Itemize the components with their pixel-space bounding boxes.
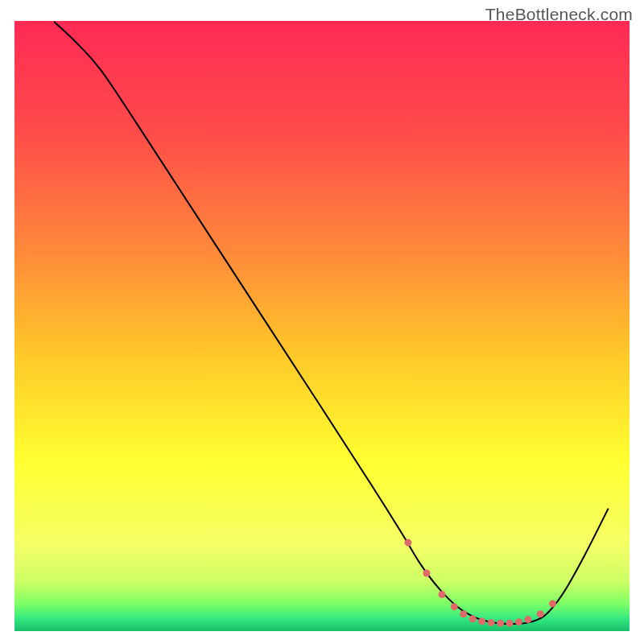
- svg-point-13: [549, 600, 556, 607]
- watermark-text: TheBottleneck.com: [485, 5, 633, 24]
- svg-point-10: [515, 618, 522, 625]
- svg-point-3: [451, 603, 458, 610]
- svg-point-8: [497, 620, 504, 627]
- svg-point-11: [524, 616, 531, 623]
- gradient-background: [14, 21, 630, 631]
- svg-point-12: [537, 610, 544, 617]
- svg-point-4: [460, 610, 467, 617]
- svg-point-2: [438, 591, 445, 598]
- svg-point-9: [506, 620, 514, 627]
- svg-point-5: [469, 615, 477, 622]
- chart-container: TheBottleneck.com: [0, 0, 644, 644]
- bottleneck-chart: [0, 0, 644, 644]
- svg-point-1: [423, 569, 430, 576]
- svg-point-0: [404, 539, 411, 547]
- svg-point-6: [478, 617, 485, 625]
- svg-point-7: [488, 619, 495, 626]
